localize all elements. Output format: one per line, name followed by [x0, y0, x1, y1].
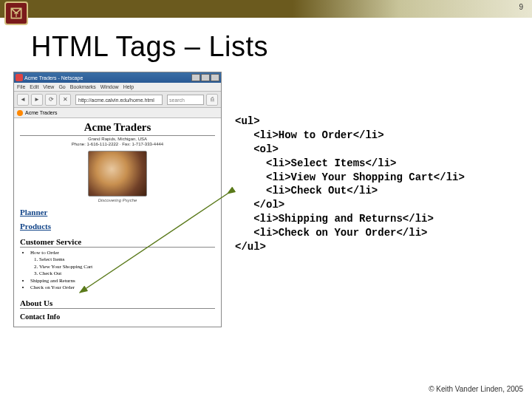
menu-window[interactable]: Window [100, 84, 119, 89]
copyright-footer: © Keith Vander Linden, 2005 [429, 385, 523, 393]
nav-about[interactable]: About Us [20, 299, 215, 309]
site-subtitle: Grand Rapids, Michigan, USA [20, 137, 215, 141]
back-button[interactable]: ◄ [17, 94, 29, 106]
code-line: </ol> [235, 199, 284, 211]
browser-tabbar: Acme Traders [14, 108, 221, 118]
nav-contact[interactable]: Contact Info [20, 313, 215, 321]
window-title: Acme Traders - Netscape [24, 75, 83, 81]
close-button[interactable] [211, 74, 219, 81]
stop-button[interactable]: ✕ [59, 94, 71, 106]
code-line: <li>Check on Your Order</li> [235, 227, 427, 239]
code-line: <li>Shipping and Returns</li> [235, 213, 434, 225]
page-body: Acme Traders Grand Rapids, Michigan, USA… [14, 118, 221, 327]
menu-help[interactable]: Help [123, 84, 134, 89]
browser-titlebar: Acme Traders - Netscape [14, 72, 221, 83]
menu-edit[interactable]: Edit [30, 84, 38, 89]
list-item: View Your Shopping Cart [39, 264, 215, 270]
forward-button[interactable]: ► [31, 94, 43, 106]
list-item: How to Order [30, 250, 215, 256]
maximize-button[interactable] [201, 74, 210, 81]
slide-title: HTML Tags – Lists [31, 31, 532, 63]
code-line: </ul> [235, 241, 266, 253]
tab-label[interactable]: Acme Traders [25, 110, 58, 115]
nav-customer-service: Customer Service [20, 237, 215, 248]
code-line: <li>View Your Shopping Cart</li> [235, 171, 465, 183]
institution-logo [4, 1, 28, 25]
page-number: 9 [519, 3, 523, 11]
image-caption: Discovering Psyche [20, 198, 215, 202]
list-item: Check on Your Order [30, 284, 215, 291]
code-line: <li>How to Order</li> [235, 129, 384, 141]
menu-go[interactable]: Go [58, 84, 65, 89]
list-item: Select Items [39, 256, 215, 263]
url-bar[interactable]: http://acme.calvin.edu/home.html [75, 95, 163, 105]
reload-button[interactable]: ⟳ [45, 94, 57, 106]
search-box[interactable]: search [167, 95, 204, 105]
code-line: <ol> [235, 143, 279, 155]
code-line: <li>Select Items</li> [235, 157, 396, 169]
minimize-button[interactable] [191, 74, 200, 81]
list-item: Check Out [39, 270, 215, 277]
site-title: Acme Traders [20, 121, 215, 136]
code-line: <li>Check Out</li> [235, 185, 378, 197]
app-icon [16, 74, 23, 81]
hero-image [88, 151, 147, 197]
menu-bookmarks[interactable]: Bookmarks [70, 84, 96, 89]
print-button[interactable]: ⎙ [206, 94, 218, 106]
tab-icon [17, 110, 23, 116]
nav-planner[interactable]: Planner [20, 208, 215, 216]
code-snippet: <ul> <li>How to Order</li> <ol> <li>Sele… [235, 115, 465, 254]
code-line: <ul> [235, 115, 260, 127]
nav-products[interactable]: Products [20, 222, 215, 231]
browser-menubar: File Edit View Go Bookmarks Window Help [14, 83, 221, 92]
slide-topbar: 9 [0, 0, 532, 18]
customer-service-list: How to Order Select Items View Your Shop… [30, 250, 215, 292]
menu-file[interactable]: File [17, 84, 25, 89]
browser-screenshot: Acme Traders - Netscape File Edit View G… [13, 72, 222, 327]
site-phone: Phone: 1-616-111-2222 · Fax: 1-717-333-4… [20, 142, 215, 146]
menu-view[interactable]: View [43, 84, 54, 89]
browser-toolbar: ◄ ► ⟳ ✕ http://acme.calvin.edu/home.html… [14, 92, 221, 108]
list-item: Shipping and Returns [30, 278, 215, 284]
